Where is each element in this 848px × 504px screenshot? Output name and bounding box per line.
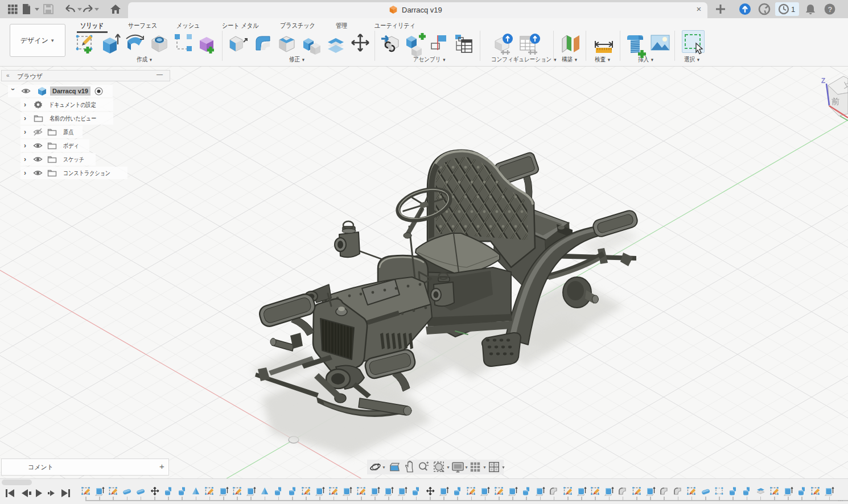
svg-text:前: 前 bbox=[831, 97, 839, 106]
svg-text:Z: Z bbox=[821, 77, 825, 85]
svg-text:?: ? bbox=[828, 5, 832, 14]
svg-text:1: 1 bbox=[791, 5, 795, 14]
